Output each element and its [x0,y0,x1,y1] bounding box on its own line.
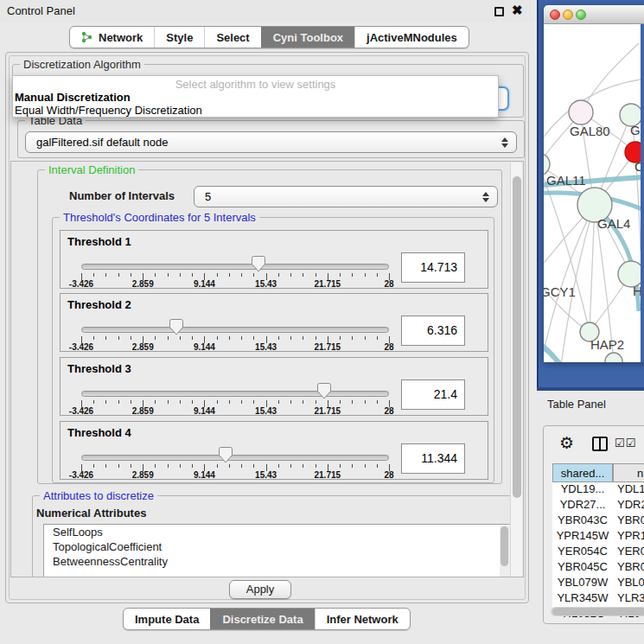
table-row[interactable]: YPR145WYPR1 [552,529,644,545]
number-of-intervals-spinner[interactable]: 5 [194,186,498,207]
node-label-gcy1: GCY1 [544,284,576,299]
slider-tick [229,400,230,404]
slider-tick-label: 21.715 [315,279,341,289]
attribute-item-topologicalcoefficient[interactable]: TopologicalCoefficient [44,539,511,554]
threshold-row-1: Threshold 1-3.4262.8599.14415.4321.71528… [60,230,488,289]
network-node[interactable] [605,353,622,362]
slider-tick-label: 28 [384,279,393,289]
tab-discretize-data-label: Discretize Data [222,613,303,626]
slider-tick-label: -3.426 [69,342,93,352]
tab-select-label: Select [216,31,249,44]
table-row[interactable]: YDL19...YDL1 [552,482,644,498]
threshold-slider-thumb[interactable] [252,256,265,272]
column-header-shared[interactable]: shared... [552,463,613,482]
tab-network[interactable]: Network [70,27,154,48]
slider-tick [340,336,341,340]
slider-tick [93,273,94,277]
slider-tick-label: 2.859 [132,279,154,289]
panel-title: Control Panel [7,4,75,17]
number-of-intervals-label: Number of Intervals [69,189,175,202]
tab-impute-data[interactable]: Impute Data [124,609,210,629]
slider-tick [303,464,303,468]
threshold-slider-track[interactable] [81,455,389,461]
table-row[interactable]: YBR043CYBR0 [552,513,644,529]
attribute-item-selfloops[interactable]: SelfLoops [44,525,511,539]
slider-tick [377,464,378,468]
slider-tick-label: 2.859 [132,406,154,416]
settings-panel-scrollbar[interactable] [510,163,522,577]
attributes-list-scrollbar[interactable] [500,526,510,577]
numerical-attributes-label: Numerical Attributes [36,507,146,520]
slider-tick [377,400,378,404]
numerical-attributes-list[interactable]: SelfLoopsTopologicalCoefficientBetweenne… [43,524,512,577]
slider-tick [352,400,353,404]
float-window-icon[interactable] [494,7,504,16]
tab-select[interactable]: Select [204,27,260,48]
mac-close-icon[interactable] [550,10,560,20]
threshold-value-field[interactable]: 11.344 [401,443,465,474]
table-panel: ⚙ ☑☑ shared... n YDL19...YDL1YDR27...YDR… [543,425,644,624]
network-icon [81,31,93,43]
mac-zoom-icon[interactable] [576,10,586,20]
slider-tick-label: 9.144 [194,470,215,480]
tab-discretize-data[interactable]: Discretize Data [210,609,314,629]
node-label-hap2: HAP2 [590,337,624,352]
threshold-slider-track[interactable] [81,391,389,397]
slider-tick [105,336,106,340]
slider-tick [340,464,341,468]
interval-definition-label: Interval Definition [45,163,138,176]
slider-tick [105,273,106,277]
column-header-name[interactable]: n [613,463,644,482]
interval-definition-group: Interval Definition Number of Intervals … [37,169,502,484]
threshold-slider-thumb[interactable] [169,319,183,335]
slider-tick [278,464,279,468]
slider-tick-label: 2.859 [132,342,154,352]
node-label-c: C [634,159,641,174]
threshold-slider-thumb[interactable] [219,447,233,463]
tab-infer-network[interactable]: Infer Network [315,609,410,629]
table-row[interactable]: YER054CYER0 [552,545,644,560]
tab-cyni-toolbox[interactable]: Cyni Toolbox [261,27,354,48]
threshold-slider-thumb[interactable] [317,383,331,399]
gear-icon[interactable]: ⚙ [559,433,574,453]
threshold-value-field[interactable]: 14.713 [401,252,465,283]
table-row[interactable]: YDR27...YDR2 [552,498,644,513]
network-view-window: GAL80GACGAL11GAL4GCY1HHAP2 [544,5,644,362]
tab-style[interactable]: Style [154,27,204,48]
table-row[interactable]: YBL079WYBL0 [552,576,644,591]
slider-tick-label: -3.426 [69,279,93,289]
mac-minimize-icon[interactable] [563,10,573,20]
close-icon[interactable]: ✖ [512,3,523,18]
columns-icon[interactable] [592,437,608,451]
threshold-slider-track[interactable] [81,327,389,333]
table-row[interactable]: YLR345WYLR3 [552,591,644,607]
threshold-value-field[interactable]: 21.4 [401,379,465,410]
slider-tick [290,336,291,340]
select-columns-icons[interactable]: ☑☑ [615,437,636,450]
node-attribute-table[interactable]: shared... n YDL19...YDL1YDR27...YDR2YBR0… [552,463,644,615]
tab-style-label: Style [166,31,193,44]
slider-tick [365,273,366,277]
table-data-combobox[interactable]: galFiltered.sif default node [25,131,517,153]
algorithm-dropdown-hint: Select algorithm to view settings [13,78,498,91]
network-canvas[interactable]: GAL80GACGAL11GAL4GCY1HHAP2 [544,24,641,362]
network-node-gal80[interactable] [569,100,593,124]
table-horizontal-scrollbar[interactable] [551,607,644,616]
slider-tick-label: 28 [384,470,393,480]
table-row[interactable]: YBR045CYBR0 [552,560,644,576]
slider-tick [118,336,119,340]
slider-tick [253,464,254,468]
cell-shared-name: YLR345W [552,591,613,604]
tab-jactivemnodules[interactable]: jActiveMNodules [354,27,469,48]
apply-button[interactable]: Apply [229,580,291,599]
slider-tick-label: 9.144 [194,279,215,289]
threshold-value-field[interactable]: 6.316 [401,316,465,346]
attribute-item-betweennesscentrality[interactable]: BetweennessCentrality [44,554,511,569]
slider-tick-label: 21.715 [315,342,341,352]
algorithm-option-manual-discretization[interactable]: Manual Discretization [15,91,131,104]
cell-shared-name: YPR145W [552,529,613,542]
threshold-slider-track[interactable] [81,264,389,270]
network-window-titlebar[interactable] [544,5,644,24]
algorithm-option-equal-width-frequency-discretization[interactable]: Equal Width/Frequency Discretization [15,104,202,117]
slider-tick [253,336,254,340]
